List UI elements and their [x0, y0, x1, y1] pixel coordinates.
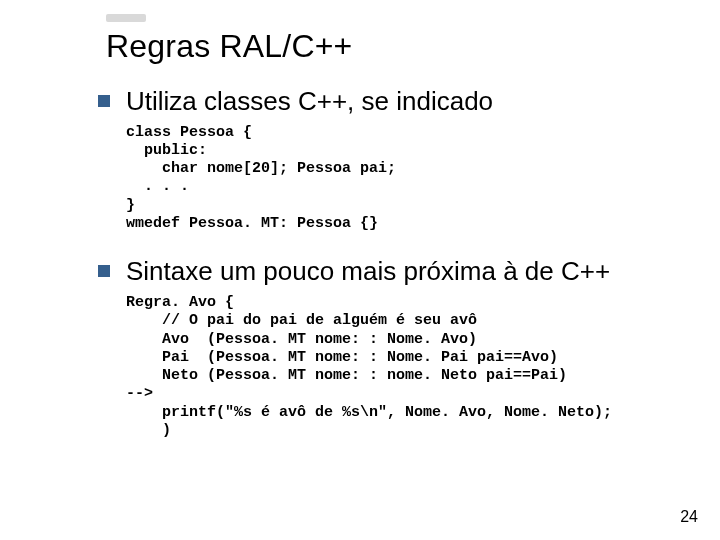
square-bullet-icon	[98, 265, 110, 277]
bullet-text: Utiliza classes C++, se indicado	[126, 87, 493, 116]
slide-title: Regras RAL/C++	[106, 28, 670, 65]
slide: Regras RAL/C++ Utiliza classes C++, se i…	[0, 0, 720, 540]
bullet-text: Sintaxe um pouco mais próxima à de C++	[126, 257, 610, 286]
page-number: 24	[680, 508, 698, 526]
code-block: Regra. Avo { // O pai do pai de alguém é…	[126, 294, 670, 440]
bullet-item: Sintaxe um pouco mais próxima à de C++	[98, 257, 670, 286]
bullet-item: Utiliza classes C++, se indicado	[98, 87, 670, 116]
square-bullet-icon	[98, 95, 110, 107]
code-block: class Pessoa { public: char nome[20]; Pe…	[126, 124, 670, 234]
nav-decoration	[106, 14, 146, 22]
